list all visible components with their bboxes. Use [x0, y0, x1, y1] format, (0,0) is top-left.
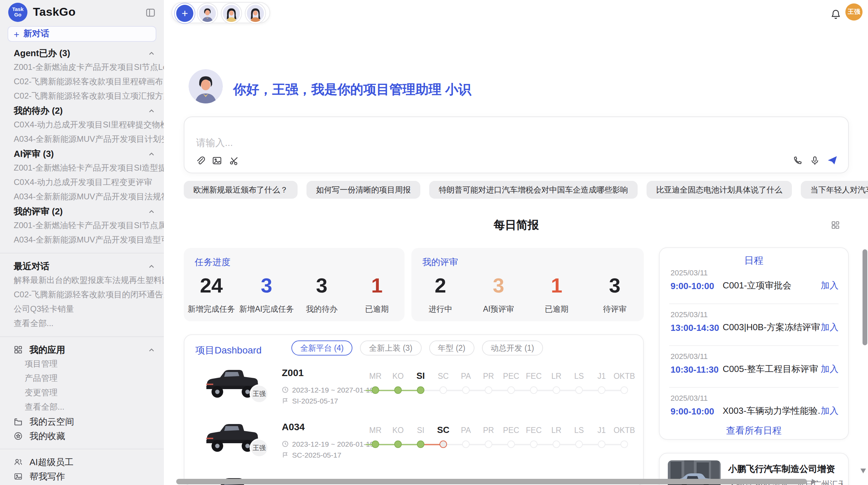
sidebar-item[interactable]: C0X4-动力总成开发项目工程变更评审 — [0, 175, 164, 190]
sidebar-item[interactable]: C02-飞腾新能源轻客改款项目立项汇报方案 — [0, 89, 164, 103]
sidebar-section-agent-done[interactable]: Agent已办 (3) — [0, 46, 164, 60]
sidebar-item[interactable]: Z001-全新燃油轻卡产品开发项目SI造型提交物评审 — [0, 161, 164, 175]
paperclip-icon[interactable] — [195, 156, 205, 166]
sidebar-item-favorites[interactable]: 我的收藏 — [0, 429, 164, 443]
milestone-dot-j1[interactable] — [598, 386, 605, 394]
milestone-dot-fec[interactable] — [530, 440, 538, 448]
chevron-up-icon[interactable] — [147, 49, 156, 57]
join-link[interactable]: 加入 — [821, 405, 839, 417]
milestone-dot-pa[interactable] — [462, 386, 470, 394]
milestone-dot-ls[interactable] — [575, 386, 583, 394]
suggestion-chip[interactable]: 特朗普可能对进口汽车增税会对中国车企造成哪些影响 — [429, 181, 638, 199]
project-code[interactable]: A034 — [282, 420, 305, 434]
send-icon[interactable] — [827, 155, 838, 166]
milestone-dot-fec[interactable] — [530, 386, 538, 394]
milestone-dot-pa[interactable] — [462, 440, 470, 448]
apps-view-all[interactable]: 查看全部... — [0, 400, 164, 414]
phone-icon[interactable] — [793, 155, 803, 165]
chevron-up-icon[interactable] — [147, 150, 156, 158]
milestone-dot-si[interactable] — [417, 440, 424, 448]
milestone-dot-sc[interactable] — [439, 440, 447, 448]
sidebar-section-my-review[interactable]: 我的评审 (2) — [0, 204, 164, 219]
milestone-dot-mr[interactable] — [372, 440, 379, 448]
horizontal-scrollbar[interactable] — [176, 479, 807, 484]
sidebar-item[interactable]: C02-飞腾新能源轻客改款项目里程碑画布 — [0, 75, 164, 89]
milestone-dot-ls[interactable] — [575, 440, 583, 448]
sidebar-item-ai-employee[interactable]: AI超级员工 — [0, 455, 164, 469]
milestone-dot-lr[interactable] — [553, 386, 560, 394]
sidebar-item-cloud-space[interactable]: 我的云空间 — [0, 414, 164, 429]
suggestion-chip[interactable]: 欧洲新规最近颁布了什么？ — [184, 181, 298, 199]
milestone-dot-mr[interactable] — [372, 386, 379, 394]
recent-chat-item[interactable]: 解释最新出台的欧盟报废车法规再生塑料比例被调至15%... — [0, 273, 164, 288]
scissors-icon[interactable] — [229, 156, 239, 166]
sidebar-item[interactable]: A034-全新新能源MUV产品开发项目计划变更表编写 — [0, 132, 164, 147]
chevron-up-icon[interactable] — [147, 262, 156, 270]
milestone-dot-ko[interactable] — [394, 440, 402, 448]
view-all-schedule-link[interactable]: 查看所有日程 — [660, 425, 848, 437]
notification-bell-icon[interactable] — [830, 9, 841, 20]
milestone-dot-pec[interactable] — [507, 386, 515, 394]
sidebar-item-creative-draw[interactable]: 创意制图 — [0, 484, 164, 485]
milestone-label-pec: PEC — [500, 423, 522, 437]
microphone-icon[interactable] — [810, 155, 820, 165]
milestone-dot-pr[interactable] — [485, 440, 492, 448]
milestone-dot-lr[interactable] — [553, 440, 560, 448]
suggestion-chip[interactable]: 如何写一份清晰的项目周报 — [306, 181, 420, 199]
avatar[interactable] — [223, 5, 240, 22]
avatar[interactable] — [199, 5, 216, 22]
message-input[interactable] — [195, 136, 538, 149]
user-avatar[interactable]: 王强 — [845, 3, 863, 21]
milestone-label-ls: LS — [568, 369, 590, 383]
milestone-dot-sc[interactable] — [439, 386, 447, 394]
milestone-dot-oktb[interactable] — [620, 386, 628, 394]
filter-tab-model-year[interactable]: 年型 (2) — [429, 340, 474, 356]
sidebar-item[interactable]: A034-全新新能源MUV产品开发项目造型可行性评审 — [0, 233, 164, 247]
panel-collapse-icon[interactable] — [145, 7, 156, 17]
milestone-label-ko: KO — [387, 369, 409, 383]
chevron-up-icon[interactable] — [147, 346, 156, 354]
add-conversation-button[interactable]: + — [176, 5, 193, 22]
app-item-change-mgmt[interactable]: 变更管理 — [0, 386, 164, 400]
milestone-dot-oktb[interactable] — [620, 440, 628, 448]
suggestion-chip[interactable]: 当下年轻人对汽车外观有怎样的喜好趋势 — [801, 181, 868, 199]
milestone-dot-j1[interactable] — [598, 440, 605, 448]
join-link[interactable]: 加入 — [821, 279, 839, 292]
milestone-dot-pr[interactable] — [485, 386, 492, 394]
image-icon[interactable] — [212, 156, 222, 166]
sidebar-section-my-todo[interactable]: 我的待办 (2) — [0, 103, 164, 118]
join-link[interactable]: 加入 — [821, 321, 839, 334]
sidebar-section-ai-review[interactable]: AI评审 (3) — [0, 147, 164, 161]
app-item-product-mgmt[interactable]: 产品管理 — [0, 371, 164, 386]
filter-tab-new-body[interactable]: 全新上装 (3) — [360, 340, 422, 356]
milestone-dot-ko[interactable] — [394, 386, 402, 394]
scroll-down-arrow-icon[interactable] — [860, 469, 866, 473]
layout-grid-icon[interactable] — [831, 221, 840, 229]
taskgo-logo: Task Go — [8, 3, 27, 22]
event-time: 9:00-10:00 — [671, 406, 723, 416]
filter-tab-powertrain[interactable]: 动总开发 (1) — [482, 340, 543, 356]
chevron-up-icon[interactable] — [147, 107, 156, 115]
vertical-scrollbar[interactable] — [863, 249, 867, 345]
recent-chat-item[interactable]: C02-飞腾新能源轻客改款项目的闭环通告反馈情况 — [0, 288, 164, 302]
filter-tab-new-platform[interactable]: 全新平台 (4) — [291, 340, 353, 356]
new-chat-button[interactable]: + 新对话 — [8, 26, 156, 42]
sidebar-section-my-apps[interactable]: 我的应用 — [0, 343, 164, 357]
avatar[interactable] — [247, 5, 264, 22]
recent-chat-item[interactable]: 公司Q3轻卡销量 — [0, 302, 164, 316]
sidebar-item[interactable]: Z001-全新燃油皮卡产品开发项目SI节点Lesson Learn报告 — [0, 60, 164, 75]
sidebar-item-help-write[interactable]: 帮我写作 — [0, 469, 164, 484]
milestone-dot-pec[interactable] — [507, 440, 515, 448]
join-link[interactable]: 加入 — [821, 363, 839, 375]
scroll-right-arrow-icon[interactable] — [812, 479, 817, 484]
milestone-dot-si[interactable] — [417, 386, 424, 394]
suggestion-chip[interactable]: 比亚迪全固态电池计划具体说了什么 — [647, 181, 792, 199]
app-item-project-mgmt[interactable]: 项目管理 — [0, 357, 164, 371]
sidebar-item[interactable]: A034-全新新能源MUV产品开发项目法规符合性评审 — [0, 190, 164, 204]
sidebar-section-recent[interactable]: 最近对话 — [0, 259, 164, 273]
sidebar-item[interactable]: C0X4-动力总成开发项目SI里程碑提交物检查 — [0, 118, 164, 132]
project-code[interactable]: Z001 — [282, 366, 304, 380]
sidebar-item[interactable]: Z001-全新燃油轻卡产品开发项目SI节点属性5D文件评审 — [0, 219, 164, 233]
chevron-up-icon[interactable] — [147, 207, 156, 215]
recent-view-all[interactable]: 查看全部... — [0, 316, 164, 331]
